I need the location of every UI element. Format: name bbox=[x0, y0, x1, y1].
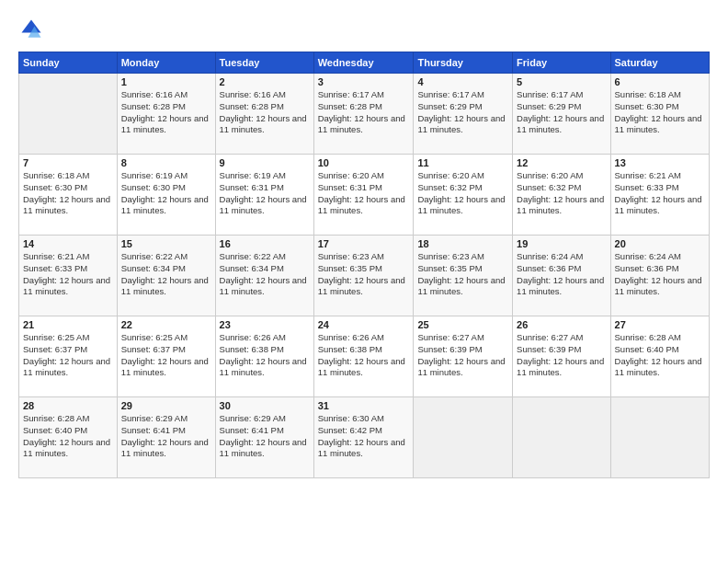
day-info: Sunrise: 6:21 AMSunset: 6:33 PMDaylight:… bbox=[23, 251, 113, 298]
day-number: 5 bbox=[517, 76, 606, 87]
calendar-header-wednesday: Wednesday bbox=[313, 52, 414, 74]
day-info: Sunrise: 6:30 AMSunset: 6:42 PMDaylight:… bbox=[318, 413, 410, 460]
day-info: Sunrise: 6:20 AMSunset: 6:31 PMDaylight:… bbox=[318, 170, 410, 217]
day-number: 3 bbox=[318, 76, 410, 87]
calendar-cell: 4Sunrise: 6:17 AMSunset: 6:29 PMDaylight… bbox=[414, 74, 513, 155]
day-info: Sunrise: 6:17 AMSunset: 6:28 PMDaylight:… bbox=[318, 89, 410, 136]
calendar-week-2: 14Sunrise: 6:21 AMSunset: 6:33 PMDayligh… bbox=[19, 236, 710, 316]
day-number: 2 bbox=[220, 76, 310, 87]
day-info: Sunrise: 6:27 AMSunset: 6:39 PMDaylight:… bbox=[517, 332, 606, 379]
calendar-cell bbox=[610, 397, 709, 478]
calendar-cell: 23Sunrise: 6:26 AMSunset: 6:38 PMDayligh… bbox=[215, 316, 313, 397]
day-info: Sunrise: 6:26 AMSunset: 6:38 PMDaylight:… bbox=[220, 332, 310, 379]
day-info: Sunrise: 6:29 AMSunset: 6:41 PMDaylight:… bbox=[121, 413, 211, 460]
day-number: 18 bbox=[417, 238, 508, 249]
calendar-cell: 9Sunrise: 6:19 AMSunset: 6:31 PMDaylight… bbox=[215, 155, 313, 236]
calendar-cell: 10Sunrise: 6:20 AMSunset: 6:31 PMDayligh… bbox=[313, 155, 414, 236]
calendar-cell: 8Sunrise: 6:19 AMSunset: 6:30 PMDaylight… bbox=[117, 155, 215, 236]
calendar-cell: 1Sunrise: 6:16 AMSunset: 6:28 PMDaylight… bbox=[117, 74, 215, 155]
calendar-cell: 6Sunrise: 6:18 AMSunset: 6:30 PMDaylight… bbox=[610, 74, 709, 155]
day-number: 12 bbox=[517, 157, 606, 168]
day-info: Sunrise: 6:28 AMSunset: 6:40 PMDaylight:… bbox=[615, 332, 705, 379]
page-header bbox=[18, 17, 710, 42]
calendar-cell: 3Sunrise: 6:17 AMSunset: 6:28 PMDaylight… bbox=[313, 74, 414, 155]
day-info: Sunrise: 6:20 AMSunset: 6:32 PMDaylight:… bbox=[517, 170, 606, 217]
calendar-week-4: 28Sunrise: 6:28 AMSunset: 6:40 PMDayligh… bbox=[19, 397, 710, 478]
day-number: 6 bbox=[615, 76, 705, 87]
day-info: Sunrise: 6:27 AMSunset: 6:39 PMDaylight:… bbox=[417, 332, 508, 379]
day-info: Sunrise: 6:20 AMSunset: 6:32 PMDaylight:… bbox=[417, 170, 508, 217]
calendar-week-0: 1Sunrise: 6:16 AMSunset: 6:28 PMDaylight… bbox=[19, 74, 710, 155]
svg-marker-0 bbox=[22, 20, 41, 33]
day-number: 10 bbox=[318, 157, 410, 168]
day-number: 17 bbox=[318, 238, 410, 249]
calendar-cell: 15Sunrise: 6:22 AMSunset: 6:34 PMDayligh… bbox=[117, 236, 215, 316]
day-number: 22 bbox=[121, 319, 211, 330]
day-number: 28 bbox=[23, 400, 113, 411]
day-info: Sunrise: 6:25 AMSunset: 6:37 PMDaylight:… bbox=[121, 332, 211, 379]
calendar-header-row: SundayMondayTuesdayWednesdayThursdayFrid… bbox=[19, 52, 710, 74]
calendar-cell bbox=[513, 397, 610, 478]
day-info: Sunrise: 6:24 AMSunset: 6:36 PMDaylight:… bbox=[615, 251, 705, 298]
calendar-cell: 12Sunrise: 6:20 AMSunset: 6:32 PMDayligh… bbox=[513, 155, 610, 236]
calendar-header-sunday: Sunday bbox=[19, 52, 118, 74]
calendar-header-saturday: Saturday bbox=[610, 52, 709, 74]
calendar-week-3: 21Sunrise: 6:25 AMSunset: 6:37 PMDayligh… bbox=[19, 316, 710, 397]
day-info: Sunrise: 6:16 AMSunset: 6:28 PMDaylight:… bbox=[121, 89, 211, 136]
calendar-cell bbox=[414, 397, 513, 478]
day-info: Sunrise: 6:25 AMSunset: 6:37 PMDaylight:… bbox=[23, 332, 113, 379]
calendar-cell: 20Sunrise: 6:24 AMSunset: 6:36 PMDayligh… bbox=[610, 236, 709, 316]
calendar-cell: 5Sunrise: 6:17 AMSunset: 6:29 PMDaylight… bbox=[513, 74, 610, 155]
day-number: 1 bbox=[121, 76, 211, 87]
calendar-cell: 7Sunrise: 6:18 AMSunset: 6:30 PMDaylight… bbox=[19, 155, 118, 236]
day-number: 19 bbox=[517, 238, 606, 249]
day-info: Sunrise: 6:17 AMSunset: 6:29 PMDaylight:… bbox=[417, 89, 508, 136]
day-number: 27 bbox=[615, 319, 705, 330]
calendar-table: SundayMondayTuesdayWednesdayThursdayFrid… bbox=[18, 52, 710, 478]
calendar-cell: 13Sunrise: 6:21 AMSunset: 6:33 PMDayligh… bbox=[610, 155, 709, 236]
day-info: Sunrise: 6:23 AMSunset: 6:35 PMDaylight:… bbox=[417, 251, 508, 298]
day-number: 8 bbox=[121, 157, 211, 168]
day-number: 7 bbox=[23, 157, 113, 168]
calendar-cell: 24Sunrise: 6:26 AMSunset: 6:38 PMDayligh… bbox=[313, 316, 414, 397]
day-number: 24 bbox=[318, 319, 410, 330]
day-number: 29 bbox=[121, 400, 211, 411]
day-info: Sunrise: 6:18 AMSunset: 6:30 PMDaylight:… bbox=[615, 89, 705, 136]
day-number: 21 bbox=[23, 319, 113, 330]
calendar-cell: 21Sunrise: 6:25 AMSunset: 6:37 PMDayligh… bbox=[19, 316, 118, 397]
calendar-page: SundayMondayTuesdayWednesdayThursdayFrid… bbox=[0, 0, 728, 563]
day-info: Sunrise: 6:19 AMSunset: 6:30 PMDaylight:… bbox=[121, 170, 211, 217]
calendar-cell: 2Sunrise: 6:16 AMSunset: 6:28 PMDaylight… bbox=[215, 74, 313, 155]
day-number: 13 bbox=[615, 157, 705, 168]
day-info: Sunrise: 6:19 AMSunset: 6:31 PMDaylight:… bbox=[220, 170, 310, 217]
calendar-cell: 18Sunrise: 6:23 AMSunset: 6:35 PMDayligh… bbox=[414, 236, 513, 316]
calendar-week-1: 7Sunrise: 6:18 AMSunset: 6:30 PMDaylight… bbox=[19, 155, 710, 236]
calendar-header-thursday: Thursday bbox=[414, 52, 513, 74]
day-number: 11 bbox=[417, 157, 508, 168]
calendar-header-friday: Friday bbox=[513, 52, 610, 74]
calendar-cell: 31Sunrise: 6:30 AMSunset: 6:42 PMDayligh… bbox=[313, 397, 414, 478]
calendar-header-tuesday: Tuesday bbox=[215, 52, 313, 74]
calendar-header-monday: Monday bbox=[117, 52, 215, 74]
day-info: Sunrise: 6:17 AMSunset: 6:29 PMDaylight:… bbox=[517, 89, 606, 136]
calendar-cell: 30Sunrise: 6:29 AMSunset: 6:41 PMDayligh… bbox=[215, 397, 313, 478]
day-number: 26 bbox=[517, 319, 606, 330]
calendar-cell: 22Sunrise: 6:25 AMSunset: 6:37 PMDayligh… bbox=[117, 316, 215, 397]
day-number: 16 bbox=[220, 238, 310, 249]
day-number: 23 bbox=[220, 319, 310, 330]
day-number: 20 bbox=[615, 238, 705, 249]
day-info: Sunrise: 6:28 AMSunset: 6:40 PMDaylight:… bbox=[23, 413, 113, 460]
logo bbox=[18, 17, 48, 42]
day-info: Sunrise: 6:29 AMSunset: 6:41 PMDaylight:… bbox=[220, 413, 310, 460]
calendar-cell: 25Sunrise: 6:27 AMSunset: 6:39 PMDayligh… bbox=[414, 316, 513, 397]
day-info: Sunrise: 6:22 AMSunset: 6:34 PMDaylight:… bbox=[220, 251, 310, 298]
calendar-cell: 11Sunrise: 6:20 AMSunset: 6:32 PMDayligh… bbox=[414, 155, 513, 236]
day-info: Sunrise: 6:16 AMSunset: 6:28 PMDaylight:… bbox=[220, 89, 310, 136]
day-info: Sunrise: 6:23 AMSunset: 6:35 PMDaylight:… bbox=[318, 251, 410, 298]
day-info: Sunrise: 6:22 AMSunset: 6:34 PMDaylight:… bbox=[121, 251, 211, 298]
logo-icon bbox=[18, 17, 44, 42]
day-info: Sunrise: 6:24 AMSunset: 6:36 PMDaylight:… bbox=[517, 251, 606, 298]
day-info: Sunrise: 6:26 AMSunset: 6:38 PMDaylight:… bbox=[318, 332, 410, 379]
calendar-cell: 17Sunrise: 6:23 AMSunset: 6:35 PMDayligh… bbox=[313, 236, 414, 316]
day-info: Sunrise: 6:21 AMSunset: 6:33 PMDaylight:… bbox=[615, 170, 705, 217]
